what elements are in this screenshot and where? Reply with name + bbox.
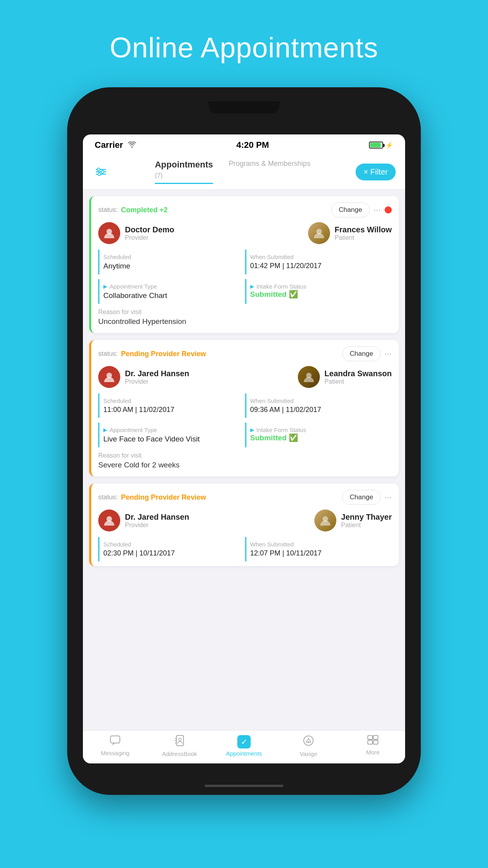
change-button-1[interactable]: Change [331,202,370,217]
bottom-nav-more[interactable]: More [341,735,405,757]
more-button-2[interactable]: ··· [385,349,392,359]
svg-point-18 [304,736,313,745]
patient-role-2: Patient [325,378,392,385]
status-bar: Carrier 4:20 PM ⚡ [83,134,405,154]
filter-button[interactable]: × Filter [356,164,396,180]
people-row-1: Doctor Demo Provider [91,222,399,250]
details-grid-1: Scheduled Anytime When Submitted 01:42 P… [91,250,399,309]
svg-point-19 [308,741,309,743]
patient-name-1: Frances Willow [335,225,392,234]
bottom-nav-messaging[interactable]: Messaging [83,735,147,757]
appointments-nav-label: Appointments [226,750,262,757]
people-row-2: Dr. Jared Hansen Provider [91,366,399,394]
provider-3: Dr. Jared Hansen Provider [98,509,189,531]
messaging-icon [110,735,121,748]
intake-cell-2[interactable]: ▶ Intake Form Status Submitted ✅ [245,423,392,447]
provider-name-3: Dr. Jared Hansen [125,513,189,522]
tab-programs[interactable]: Programs & Memberships [229,160,310,184]
home-indicator [205,785,283,787]
patient-info-1: Frances Willow Patient [335,225,392,241]
reason-value-2: Severe Cold for 2 weeks [98,461,392,469]
addressbook-label: AddressBook [162,750,197,757]
patient-info-3: Jenny Thayer Patient [341,513,392,529]
appt-type-cell-1[interactable]: ▶ Appointment Type Collaborative Chart [98,279,241,304]
status-value-3: Pending Provider Review [121,493,206,502]
intake-label-1: ▶ Intake Form Status [250,283,392,290]
reason-section-2: Reason for visit Severe Cold for 2 weeks [91,452,399,476]
red-dot-1 [385,206,392,213]
more-button-1[interactable]: ··· [374,205,381,215]
svg-point-4 [101,171,104,173]
intake-value-2: Submitted ✅ [250,433,392,442]
status-label-2: status: [98,350,118,358]
provider-person-icon-3 [103,515,115,526]
provider-info-2: Dr. Jared Hansen Provider [125,369,189,385]
status-label-3: status: [98,493,118,501]
scheduled-cell-3: Scheduled 02:30 PM | 10/11/2017 [98,537,241,561]
more-button-3[interactable]: ··· [385,492,392,502]
change-button-3[interactable]: Change [342,490,381,505]
bottom-nav-appointments[interactable]: ✓ Appointments [212,735,276,757]
patient-avatar-2 [298,366,320,388]
appt-type-value-1: Collaborative Chart [103,291,241,300]
intake-cell-1[interactable]: ▶ Intake Form Status Submitted ✅ [245,279,392,304]
scheduled-cell-1: Scheduled Anytime [98,250,241,274]
appointment-card-1: status: Completed +2 Change ··· [89,196,399,333]
appt-type-value-2: Live Face to Face Video Visit [103,435,241,443]
scheduled-cell-2: Scheduled 11:00 AM | 11/02/2017 [98,394,241,418]
sliders-icon [95,167,106,176]
appt-type-label-2: ▶ Appointment Type [103,427,241,433]
scheduled-label-1: Scheduled [103,254,241,260]
submitted-value-3: 12:07 PM | 10/11/2017 [250,549,392,557]
status-bar-right: ⚡ [369,142,393,149]
patient-role-1: Patient [335,234,392,241]
patient-3: Jenny Thayer Patient [314,509,392,531]
reason-section-1: Reason for visit Uncontrolled Hypertensi… [91,309,399,333]
scheduled-label-3: Scheduled [103,541,241,548]
submitted-label-1: When Submitted [250,254,392,260]
tab-appointments[interactable]: Appointments (7) [155,160,213,184]
card-actions-3: Change ··· [342,490,392,505]
battery-fill [370,143,381,147]
bottom-nav-addressbook[interactable]: AddressBook [147,735,212,757]
status-label-1: status: [98,206,118,214]
reason-label-1: Reason for visit [98,309,392,316]
scheduled-value-1: Anytime [103,262,241,270]
svg-point-5 [98,173,101,176]
appt-type-cell-2[interactable]: ▶ Appointment Type Live Face to Face Vid… [98,423,241,447]
status-value-1: Completed +2 [121,206,168,214]
provider-info-1: Doctor Demo Provider [125,225,174,241]
patient-name-2: Leandra Swanson [325,369,392,378]
status-bar-left: Carrier [95,140,136,150]
carrier-label: Carrier [95,140,123,150]
provider-avatar-3 [98,509,120,531]
submitted-value-1: 01:42 PM | 11/20/2017 [250,262,392,270]
phone-notch [209,101,279,113]
tab-group: Appointments (7) Programs & Memberships [110,160,356,184]
lightning-icon: ⚡ [385,142,393,149]
patient-role-3: Patient [341,522,392,529]
phone-screen: Carrier 4:20 PM ⚡ [83,134,405,763]
filter-icon-button[interactable] [92,163,110,180]
provider-avatar-2 [98,366,120,388]
svg-rect-12 [110,736,120,743]
provider-person-icon-2 [103,371,115,383]
appointments-check-icon: ✓ [237,735,251,748]
submitted-cell-3: When Submitted 12:07 PM | 10/11/2017 [245,537,392,561]
submitted-cell-1: When Submitted 01:42 PM | 11/20/2017 [245,250,392,274]
patient-name-3: Jenny Thayer [341,513,392,522]
patient-avatar-3 [314,509,336,531]
status-value-2: Pending Provider Review [121,350,206,358]
card-header-1: status: Completed +2 Change ··· [91,196,399,222]
submitted-label-2: When Submitted [250,397,392,404]
page-wrapper: Online Appointments Carrier [0,0,488,868]
phone-frame: Carrier 4:20 PM ⚡ [67,87,421,795]
patient-avatar-1 [308,222,330,244]
bottom-nav-vaxigo[interactable]: Vaxigo [276,735,341,757]
change-button-2[interactable]: Change [342,346,381,361]
provider-role-2: Provider [125,378,189,385]
provider-role-1: Provider [125,234,174,241]
svg-rect-21 [373,736,378,739]
card-actions-1: Change ··· [331,202,392,217]
intake-label-2: ▶ Intake Form Status [250,427,392,433]
